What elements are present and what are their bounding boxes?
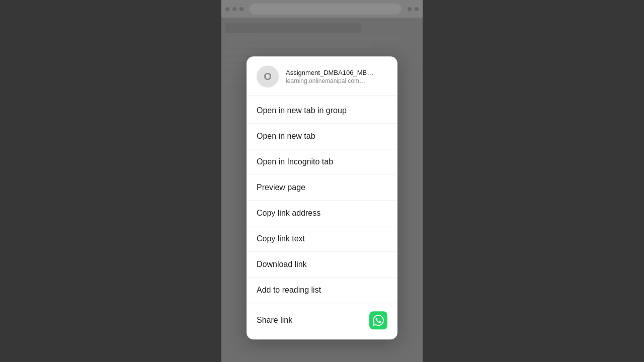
link-info: Assignment_DMBA106_MB… learning.onlinema… [286, 69, 387, 84]
menu-item-open-new-tab[interactable]: Open in new tab [247, 124, 397, 149]
menu-item-label-copy-link-address: Copy link address [257, 209, 320, 218]
menu-item-label-copy-link-text: Copy link text [257, 234, 305, 243]
menu-item-label-open-new-tab: Open in new tab [257, 132, 315, 141]
link-title: Assignment_DMBA106_MB… [286, 69, 387, 76]
menu-item-preview-page[interactable]: Preview page [247, 175, 397, 201]
link-url: learning.onlinemanipal.com… [286, 77, 387, 84]
whatsapp-icon [369, 311, 387, 329]
center-browser-area: O Assignment_DMBA106_MB… learning.online… [221, 0, 423, 362]
menu-item-label-download-link: Download link [257, 260, 307, 269]
right-panel [423, 0, 644, 362]
menu-item-open-incognito[interactable]: Open in Incognito tab [247, 149, 397, 175]
menu-item-open-new-tab-group[interactable]: Open in new tab in group [247, 98, 397, 124]
context-menu: O Assignment_DMBA106_MB… learning.online… [247, 56, 397, 339]
link-favicon-icon: O [257, 65, 279, 87]
menu-items-list: Open in new tab in group Open in new tab… [247, 96, 397, 339]
menu-item-copy-link-text[interactable]: Copy link text [247, 226, 397, 252]
menu-item-add-reading-list[interactable]: Add to reading list [247, 278, 397, 303]
menu-item-label-share-link: Share link [257, 316, 292, 325]
menu-item-label-add-reading-list: Add to reading list [257, 286, 321, 295]
menu-item-label-open-new-tab-group: Open in new tab in group [257, 106, 347, 115]
menu-item-label-open-incognito: Open in Incognito tab [257, 157, 333, 166]
menu-item-share-link[interactable]: Share link [247, 303, 397, 337]
menu-header: O Assignment_DMBA106_MB… learning.online… [247, 56, 397, 96]
menu-item-download-link[interactable]: Download link [247, 252, 397, 278]
left-panel [0, 0, 221, 362]
menu-item-copy-link-address[interactable]: Copy link address [247, 201, 397, 226]
menu-item-label-preview-page: Preview page [257, 183, 305, 192]
